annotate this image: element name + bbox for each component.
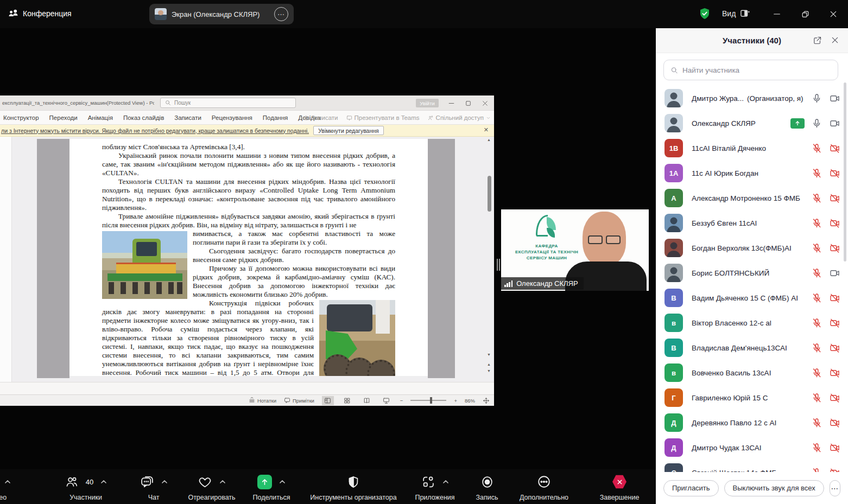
- chevron-up-icon[interactable]: [161, 480, 168, 484]
- ppt-close-button[interactable]: [478, 97, 492, 110]
- document-scrollbar[interactable]: ▲ ▼ ▲ ▼: [485, 137, 493, 382]
- presenter-video-tile[interactable]: КАФЕДРА ЕКСПЛУАТАЦІЇ ТА ТЕХНІЧН СЕРВІСУ …: [501, 209, 649, 291]
- participant-row[interactable]: Богдан Верхоляк 13с(ФМБ)AI: [656, 235, 848, 260]
- toolbar-participants[interactable]: 40 Участники: [45, 474, 126, 501]
- slide-sorter-view-button[interactable]: [341, 396, 353, 405]
- toolbar-end-meeting[interactable]: Завершение: [579, 474, 660, 501]
- zoom-in-button[interactable]: +: [454, 398, 457, 404]
- camera-off-icon[interactable]: [829, 393, 840, 403]
- camera-on-icon[interactable]: [829, 118, 840, 129]
- invite-button[interactable]: Пригласить: [663, 480, 719, 496]
- screen-share-tab[interactable]: Экран (Олександр СКЛЯР) ⋯: [149, 4, 294, 24]
- mic-off-icon[interactable]: [812, 218, 822, 228]
- scrollbar-thumb[interactable]: [488, 176, 491, 212]
- participant-search-box[interactable]: [663, 60, 838, 80]
- chevron-up-icon[interactable]: [100, 480, 107, 484]
- ppt-share-action[interactable]: Спільний доступ: [428, 114, 491, 121]
- mic-off-icon[interactable]: [812, 393, 822, 403]
- camera-off-icon[interactable]: [829, 243, 840, 253]
- camera-off-icon[interactable]: [829, 143, 840, 154]
- camera-off-icon[interactable]: [829, 293, 840, 303]
- participant-row[interactable]: Беззуб Євген 11сAI: [656, 210, 848, 235]
- chevron-up-icon[interactable]: [442, 480, 449, 484]
- next-slide-icon[interactable]: ▼: [487, 369, 491, 373]
- zoom-slider-thumb[interactable]: [430, 397, 432, 404]
- ppt-record-action[interactable]: Записати: [303, 114, 338, 121]
- mic-off-icon[interactable]: [812, 343, 822, 353]
- camera-off-icon[interactable]: [829, 168, 840, 178]
- ppt-ribbon-tab[interactable]: Анімація: [88, 114, 113, 121]
- chevron-up-icon[interactable]: [279, 480, 286, 484]
- ppt-signin-button[interactable]: Увійти: [416, 99, 439, 107]
- toolbar-more[interactable]: Дополнительно: [503, 474, 585, 501]
- camera-off-icon[interactable]: [829, 443, 840, 453]
- participant-row[interactable]: В Владислав Дем'янець13САІ: [656, 335, 848, 360]
- ppt-search-box[interactable]: Пошук: [160, 98, 296, 108]
- mic-off-icon[interactable]: [812, 318, 822, 328]
- window-close-button[interactable]: [825, 7, 841, 22]
- ppt-present-teams-action[interactable]: Презентувати в Teams: [346, 114, 420, 121]
- mic-off-icon[interactable]: [812, 168, 822, 178]
- pop-out-icon[interactable]: [813, 36, 822, 45]
- toolbar-video[interactable]: Видео: [0, 474, 22, 501]
- participant-row[interactable]: Д Деревянко Павло 12 с АІ: [656, 410, 848, 435]
- mic-off-icon[interactable]: [812, 418, 822, 428]
- mic-off-icon[interactable]: [812, 443, 822, 453]
- scroll-up-icon[interactable]: ▲: [487, 138, 491, 142]
- normal-view-button[interactable]: [322, 396, 334, 405]
- participant-row[interactable]: В Вадим Дьяченко 15 С (ФМБ) АІ: [656, 285, 848, 310]
- view-layout-icon[interactable]: [739, 8, 750, 19]
- mic-off-icon[interactable]: [812, 268, 822, 278]
- camera-on-icon[interactable]: [829, 93, 840, 104]
- window-restore-button[interactable]: [797, 7, 813, 22]
- participant-row[interactable]: Борис БОЛТЯНСЬКИЙ: [656, 260, 848, 285]
- security-shield-icon[interactable]: [698, 7, 711, 20]
- participant-row[interactable]: 1В 11сAI Віталій Дяченко: [656, 136, 848, 161]
- mic-off-icon[interactable]: [812, 143, 822, 154]
- previous-slide-icon[interactable]: ▲: [487, 362, 491, 366]
- mic-off-icon[interactable]: [812, 193, 822, 203]
- participant-row[interactable]: в Віктор Власенко 12-с аl: [656, 310, 848, 335]
- camera-off-icon[interactable]: [829, 193, 840, 203]
- mic-off-icon[interactable]: [812, 243, 822, 253]
- infobar-close-icon[interactable]: ✕: [484, 126, 489, 133]
- camera-on-icon[interactable]: [829, 268, 840, 278]
- slideshow-view-button[interactable]: [381, 396, 393, 405]
- participant-row[interactable]: Олександр СКЛЯР: [656, 111, 848, 136]
- fit-to-window-icon[interactable]: [483, 397, 490, 404]
- footer-more-button[interactable]: ⋯: [830, 480, 840, 496]
- camera-off-icon[interactable]: [829, 418, 840, 428]
- ppt-ribbon-tab[interactable]: Подання: [263, 114, 288, 121]
- ppt-ribbon-tab[interactable]: Конструктор: [3, 114, 39, 121]
- mic-on-icon[interactable]: [812, 118, 822, 129]
- enable-editing-button[interactable]: Увімкнути редагування: [313, 126, 384, 135]
- toolbar-host-tools[interactable]: Инструменты организатора: [299, 474, 408, 501]
- close-panel-icon[interactable]: [831, 36, 839, 44]
- camera-off-icon[interactable]: [829, 218, 840, 228]
- participants-scrollbar[interactable]: [844, 82, 846, 261]
- participant-row[interactable]: Д Дмитро Чудак 13САІ: [656, 435, 848, 460]
- participant-row[interactable]: Дмитро Жура...(Организатор, я): [656, 86, 848, 111]
- reading-view-button[interactable]: [361, 396, 373, 405]
- camera-off-icon[interactable]: [829, 318, 840, 328]
- view-menu-label[interactable]: Вид: [722, 9, 736, 18]
- chevron-up-icon[interactable]: [4, 480, 11, 484]
- zoom-slider[interactable]: [410, 400, 446, 401]
- mute-all-button[interactable]: Выключить звук для всех: [724, 480, 824, 496]
- zoom-out-button[interactable]: −: [400, 398, 403, 404]
- camera-off-icon[interactable]: [829, 368, 840, 378]
- ppt-ribbon-tab[interactable]: Переходи: [49, 114, 78, 121]
- ppt-notes-splitter[interactable]: [0, 382, 494, 394]
- notes-toggle[interactable]: Нотатки: [249, 397, 276, 404]
- ppt-minimize-button[interactable]: [444, 97, 458, 110]
- comments-toggle[interactable]: Примітки: [284, 397, 314, 404]
- mic-on-icon[interactable]: [812, 93, 822, 104]
- panel-resize-handle[interactable]: [497, 259, 501, 271]
- mic-off-icon[interactable]: [812, 368, 822, 378]
- tab-more-icon[interactable]: ⋯: [274, 7, 288, 21]
- participant-row[interactable]: А Александр Мотроненко 15 ФМБ: [656, 186, 848, 210]
- participant-row[interactable]: 1А 11с AI Юрик Богдан: [656, 161, 848, 186]
- window-minimize-button[interactable]: [769, 7, 785, 22]
- participant-search-input[interactable]: [682, 66, 831, 74]
- chevron-up-icon[interactable]: [219, 480, 226, 484]
